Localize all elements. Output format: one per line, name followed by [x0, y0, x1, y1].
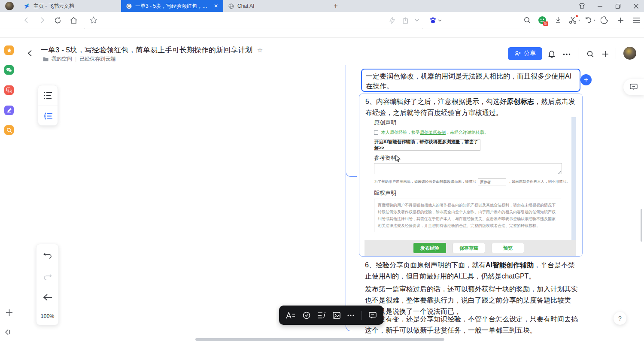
- image-icon[interactable]: [333, 312, 340, 319]
- translate-icon[interactable]: 文A: [4, 85, 14, 95]
- globe-favicon: [228, 3, 234, 9]
- step5-paragraph: 5、内容编辑好了之后，注意根据提示，勾选好原创标志，然后点击发布经验，之后就等待…: [365, 96, 579, 118]
- outline-toc-icon[interactable]: [38, 106, 58, 126]
- preview-button[interactable]: 预览: [492, 243, 524, 253]
- zoom-level[interactable]: 100%: [36, 308, 58, 325]
- back-icon[interactable]: [21, 12, 33, 28]
- horizontal-scrollbar[interactable]: [195, 338, 444, 341]
- new-tab-button[interactable]: +: [331, 2, 340, 10]
- ai-assist-banner[interactable]: 开启AI智能创作辅助，帮你获得更多浏览量，前去了解>>: [374, 139, 480, 151]
- original-author-input[interactable]: [478, 178, 506, 185]
- lightning-icon[interactable]: [386, 12, 398, 28]
- selection-toolbar: [279, 306, 383, 325]
- caret-down-icon[interactable]: [577, 12, 582, 28]
- text-style-icon[interactable]: [286, 312, 295, 319]
- menu-icon[interactable]: [630, 12, 642, 28]
- browser-profile-avatar[interactable]: [5, 2, 14, 10]
- svg-text:A: A: [9, 90, 11, 93]
- back-chevron-icon[interactable]: [25, 48, 35, 58]
- favorites-star-icon[interactable]: [4, 45, 14, 55]
- original-declaration-heading: 原创声明: [374, 119, 396, 127]
- form-footer: 发布经验 保存草稿 预览: [365, 240, 576, 256]
- add-icon[interactable]: [614, 12, 626, 28]
- global-create-icon[interactable]: [5, 309, 13, 317]
- outline-panel: [38, 85, 58, 126]
- check-circle-icon[interactable]: [303, 312, 310, 319]
- notes-pen-icon[interactable]: [4, 106, 14, 115]
- save-draft-button[interactable]: 保存草稿: [453, 243, 485, 253]
- collapse-sidebar-icon[interactable]: [4, 329, 11, 336]
- download-icon[interactable]: [552, 12, 564, 28]
- doc-search-icon[interactable]: [585, 49, 595, 59]
- reward-paragraph[interactable]: 发布第一篇审核过后的话，还可以额外获得十块的奖励，加入计划其实也不是很难，整体要…: [365, 284, 580, 317]
- undo-icon[interactable]: [36, 244, 58, 266]
- caret-down-icon[interactable]: [437, 12, 443, 28]
- wechat-icon[interactable]: [4, 65, 14, 75]
- mouse-cursor: [395, 155, 401, 162]
- more-icon[interactable]: [562, 49, 572, 59]
- bookmark-star-icon[interactable]: [88, 12, 100, 28]
- tab-chat-ai[interactable]: Chat AI: [223, 0, 330, 12]
- step6-paragraph[interactable]: 6、经验分享页面原创声明的下面，就有AI智能创作辅助，平台是不禁止使用AI的，但…: [365, 260, 580, 282]
- page-search-icon[interactable]: [521, 12, 533, 28]
- home-icon[interactable]: [67, 12, 79, 28]
- selected-text-block[interactable]: 一定要润色修改，机器的用词是无法跟人相比的，而且很多少使用AI在操作。: [361, 69, 580, 92]
- browser-tab-bar: 主页 - 飞书云文档 一单3 - 5块，写经验领红包，简单易 ✕ Chat AI…: [0, 0, 644, 12]
- breadcrumb: 我的空间 | 已经保存到云端: [43, 55, 115, 63]
- nested-block-border: [346, 160, 357, 177]
- user-avatar[interactable]: [623, 47, 636, 60]
- folder-icon: [43, 57, 49, 61]
- reference-textarea[interactable]: [374, 163, 562, 174]
- screenshot-scroll-strip: [571, 117, 576, 240]
- bell-icon[interactable]: [547, 49, 557, 59]
- chevron-down-icon[interactable]: [411, 12, 423, 28]
- comment-icon[interactable]: [369, 312, 377, 319]
- browser-toolbar: 新: [0, 12, 644, 28]
- tab-title: Chat AI: [237, 3, 325, 9]
- dark-mode-moon-icon[interactable]: [598, 12, 611, 28]
- tab-title: 一单3 - 5块，写经验领红包，简单易: [135, 3, 210, 10]
- resize-handle-icon[interactable]: [558, 171, 561, 174]
- more-icon[interactable]: [347, 315, 354, 316]
- help-button[interactable]: ?: [614, 312, 626, 325]
- close-icon[interactable]: [632, 2, 640, 10]
- breadcrumb-space[interactable]: 我的空间: [52, 55, 72, 63]
- step5-block[interactable]: 5、内容编辑好了之后，注意根据提示，勾选好原创标志，然后点击发布经验，之后就等待…: [359, 94, 583, 257]
- search-app-icon[interactable]: [4, 125, 14, 135]
- bullet-list-icon[interactable]: [38, 85, 58, 106]
- author-trace-row: 为了帮助用户追溯来源，如果该经验是由转载改编而来，请填写 ，如果您就是作者本人，…: [374, 178, 570, 185]
- original-checkbox[interactable]: [374, 130, 378, 135]
- original-checkbox-row: 本人原创经验，接受原创奖惩条例，未经允许谢绝转载。: [374, 130, 489, 136]
- redo-icon[interactable]: [36, 266, 58, 287]
- page-width-icon[interactable]: [36, 287, 58, 308]
- forward-icon[interactable]: [36, 12, 48, 28]
- extension-icon[interactable]: 新: [536, 12, 548, 28]
- publish-button[interactable]: 发布经验: [413, 243, 446, 253]
- minimize-icon[interactable]: [596, 2, 604, 10]
- create-plus-icon[interactable]: [600, 49, 611, 59]
- share-button[interactable]: 分享: [508, 47, 542, 60]
- copyright-statement: 百度经验的用户不得侵犯包括他人的著作权在内的知识产权以及其他合法权利，请勿在未经…: [374, 199, 561, 232]
- maximize-icon[interactable]: [614, 2, 622, 10]
- tab-close-icon[interactable]: ✕: [214, 3, 218, 9]
- tab-current-doc[interactable]: 一单3 - 5块，写经验领红包，简单易 ✕: [121, 0, 223, 12]
- comment-bubble-icon: [630, 84, 638, 91]
- tab-feishu-home[interactable]: 主页 - 飞书云文档: [19, 0, 121, 12]
- doc-comment-pill[interactable]: [623, 79, 644, 95]
- refresh-icon[interactable]: [52, 12, 64, 28]
- copyright-heading: 版权声明: [374, 189, 396, 197]
- favorite-star-icon[interactable]: ☆: [257, 46, 263, 54]
- save-status: 已经保存到云端: [79, 55, 115, 63]
- tab-title: 主页 - 飞书云文档: [33, 3, 116, 10]
- insert-plus-button[interactable]: +: [580, 74, 592, 85]
- vertical-scrollbar[interactable]: [641, 209, 642, 242]
- list-transform-icon[interactable]: [317, 312, 326, 319]
- share-icon[interactable]: [399, 12, 411, 28]
- skin-icon[interactable]: [578, 2, 586, 10]
- reward-rules-link[interactable]: 原创奖惩条例: [420, 130, 446, 135]
- original-checkbox-label: 本人原创经验，接受原创奖惩条例，未经允许谢绝转载。: [381, 130, 489, 136]
- core-paragraph[interactable]: 核心没有变，还是分享知识经验，不管平台怎么设定，只要有时间去搞这个，新手可以做新…: [365, 314, 580, 336]
- callout-text: 一定要润色修改，机器的用词是无法跟人相比的，而且很多少使用AI在操作。: [366, 73, 571, 90]
- baidu-form-screenshot: 原创声明 本人原创经验，接受原创奖惩条例，未经允许谢绝转载。 开启AI智能创作辅…: [365, 117, 576, 256]
- caret-down-icon[interactable]: [592, 12, 597, 28]
